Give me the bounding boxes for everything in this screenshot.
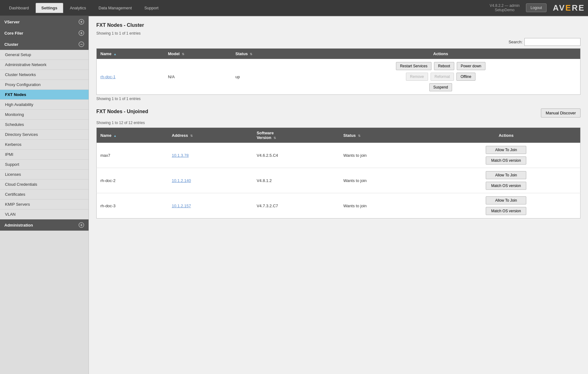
sidebar-item-certificates[interactable]: Certificates bbox=[0, 189, 89, 199]
tab-analytics[interactable]: Analytics bbox=[64, 3, 92, 13]
model-sort-icon[interactable]: ⇅ bbox=[182, 52, 184, 56]
remove-button[interactable]: Remove bbox=[406, 73, 428, 81]
unjoined-showing: Showing 1 to 12 of 12 entries bbox=[96, 121, 581, 125]
content-area: FXT Nodes - Cluster Showing 1 to 1 of 1 … bbox=[89, 16, 588, 374]
sidebar-section-vserver[interactable]: VServer + bbox=[0, 16, 89, 27]
power-down-button[interactable]: Power down bbox=[457, 62, 485, 70]
version-meta: V4.8.2.2 --- admin SetupDemo bbox=[490, 3, 520, 12]
match-os-button-2[interactable]: Match OS version bbox=[486, 207, 526, 215]
administration-label: Administration bbox=[4, 223, 33, 228]
col-model: Model ⇅ bbox=[164, 49, 232, 59]
ucol-name: Name ▲ bbox=[97, 128, 168, 143]
unjoined-section-title: FXT Nodes - Unjoined bbox=[96, 109, 148, 114]
sidebar-item-kmip-servers[interactable]: KMIP Servers bbox=[0, 199, 89, 209]
sidebar-item-monitoring[interactable]: Monitoring bbox=[0, 110, 89, 120]
unode-status-1: Wants to join bbox=[340, 168, 432, 193]
sidebar: VServer + Core Filer + Cluster − General… bbox=[0, 16, 89, 374]
unode-name-1: rh-doc-2 bbox=[97, 168, 168, 193]
table-row: rh-doc-3 10.1.2.157 V4.7.3.2.C7 Wants to… bbox=[97, 193, 581, 218]
cluster-table: Name ▲ Model ⇅ Status ⇅ Actions rh-doc-1 bbox=[96, 48, 581, 95]
unode-actions-2: Allow To Join Match OS version bbox=[432, 193, 581, 218]
unode-addr-link-0[interactable]: 10.1.3.78 bbox=[172, 153, 189, 158]
offline-button[interactable]: Offline bbox=[456, 73, 475, 81]
sidebar-item-support[interactable]: Support bbox=[0, 160, 89, 170]
cluster-name: SetupDemo bbox=[490, 8, 520, 12]
manual-discover-button[interactable]: Manual Discover bbox=[541, 108, 581, 117]
ustatus-sort-icon[interactable]: ⇅ bbox=[358, 134, 360, 137]
unode-status-0: Wants to join bbox=[340, 143, 432, 168]
tab-data-management[interactable]: Data Management bbox=[93, 3, 138, 13]
unode-status-2: Wants to join bbox=[340, 193, 432, 218]
sidebar-item-vlan[interactable]: VLAN bbox=[0, 209, 89, 219]
node-name-link[interactable]: rh-doc-1 bbox=[100, 74, 115, 79]
cluster-showing-bottom: Showing 1 to 1 of 1 entries bbox=[96, 97, 581, 101]
uaddress-sort-icon[interactable]: ⇅ bbox=[190, 134, 193, 137]
allow-join-button-1[interactable]: Allow To Join bbox=[486, 171, 526, 179]
sidebar-item-kerberos[interactable]: Kerberos bbox=[0, 140, 89, 150]
reformat-button[interactable]: Reformat bbox=[431, 73, 454, 81]
tab-settings[interactable]: Settings bbox=[36, 3, 63, 13]
search-row: Search: bbox=[96, 38, 581, 46]
unode-addr-link-2[interactable]: 10.1.2.157 bbox=[172, 204, 191, 208]
sidebar-item-high-availability[interactable]: High Availability bbox=[0, 100, 89, 110]
restart-services-button[interactable]: Restart Services bbox=[396, 62, 431, 70]
unode-name-2: rh-doc-3 bbox=[97, 193, 168, 218]
sidebar-item-ipmi[interactable]: IPMI bbox=[0, 150, 89, 160]
unode-name-0: max7 bbox=[97, 143, 168, 168]
unode-addr-link-1[interactable]: 10.1.2.140 bbox=[172, 178, 191, 183]
cluster-collapse-icon: − bbox=[79, 41, 84, 47]
administration-expand-icon: + bbox=[79, 222, 84, 228]
sidebar-item-directory-services[interactable]: Directory Services bbox=[0, 130, 89, 140]
match-os-button-1[interactable]: Match OS version bbox=[486, 182, 526, 190]
actions-row-1: Restart Services Reboot Power down bbox=[395, 61, 486, 71]
unode-addr-0: 10.1.3.78 bbox=[168, 143, 253, 168]
unjoined-table: Name ▲ Address ⇅ SoftwareVersion ⇅ Statu… bbox=[96, 127, 581, 218]
main-layout: VServer + Core Filer + Cluster − General… bbox=[0, 16, 588, 374]
ucol-status: Status ⇅ bbox=[340, 128, 432, 143]
unode-sw-0: V4.6.2.5.C4 bbox=[253, 143, 340, 168]
table-row: rh-doc-2 10.1.2.140 V4.8.1.2 Wants to jo… bbox=[97, 168, 581, 193]
cluster-section-title: FXT Nodes - Cluster bbox=[96, 22, 581, 28]
sidebar-item-cluster-networks[interactable]: Cluster Networks bbox=[0, 70, 89, 80]
sidebar-item-proxy-config[interactable]: Proxy Configuration bbox=[0, 80, 89, 90]
unode-sw-1: V4.8.1.2 bbox=[253, 168, 340, 193]
unode-addr-1: 10.1.2.140 bbox=[168, 168, 253, 193]
name-sort-icon[interactable]: ▲ bbox=[113, 52, 117, 56]
unode-actions-1: Allow To Join Match OS version bbox=[432, 168, 581, 193]
nav-tabs: Dashboard Settings Analytics Data Manage… bbox=[3, 3, 484, 13]
allow-join-button-2[interactable]: Allow To Join bbox=[486, 196, 526, 204]
unode-addr-2: 10.1.2.157 bbox=[168, 193, 253, 218]
sidebar-item-licenses[interactable]: Licenses bbox=[0, 170, 89, 180]
suspend-button[interactable]: Suspend bbox=[429, 83, 452, 91]
usoftware-sort-icon[interactable]: ⇅ bbox=[273, 136, 276, 140]
search-input[interactable] bbox=[524, 38, 581, 46]
sidebar-item-admin-network[interactable]: Administrative Network bbox=[0, 60, 89, 70]
reboot-button[interactable]: Reboot bbox=[434, 62, 454, 70]
sidebar-section-administration[interactable]: Administration + bbox=[0, 219, 89, 231]
sidebar-item-schedules[interactable]: Schedules bbox=[0, 120, 89, 130]
sidebar-item-cloud-credentials[interactable]: Cloud Credentials bbox=[0, 180, 89, 189]
unjoined-actions-1: Allow To Join Match OS version bbox=[436, 170, 576, 190]
node-name: rh-doc-1 bbox=[97, 59, 164, 95]
tab-dashboard[interactable]: Dashboard bbox=[3, 3, 35, 13]
match-os-button-0[interactable]: Match OS version bbox=[486, 156, 526, 165]
sidebar-item-general-setup[interactable]: General Setup bbox=[0, 50, 89, 60]
sidebar-item-fxt-nodes[interactable]: FXT Nodes bbox=[0, 90, 89, 100]
sidebar-section-core-filer[interactable]: Core Filer + bbox=[0, 27, 89, 39]
cluster-showing-top: Showing 1 to 1 of 1 entries bbox=[96, 31, 581, 36]
unjoined-actions-2: Allow To Join Match OS version bbox=[436, 196, 576, 216]
top-nav: Dashboard Settings Analytics Data Manage… bbox=[0, 0, 588, 16]
node-actions: Restart Services Reboot Power down Remov… bbox=[301, 59, 581, 95]
allow-join-button-0[interactable]: Allow To Join bbox=[486, 146, 526, 154]
sidebar-section-cluster[interactable]: Cluster − bbox=[0, 39, 89, 50]
unode-sw-2: V4.7.3.2.C7 bbox=[253, 193, 340, 218]
logout-button[interactable]: Logout bbox=[526, 3, 547, 12]
tab-support[interactable]: Support bbox=[138, 3, 165, 13]
vserver-expand-icon: + bbox=[79, 19, 84, 25]
uname-sort-icon[interactable]: ▲ bbox=[113, 134, 117, 137]
ucol-actions: Actions bbox=[432, 128, 581, 143]
status-sort-icon[interactable]: ⇅ bbox=[250, 52, 252, 56]
search-label: Search: bbox=[508, 40, 523, 44]
node-status: up bbox=[232, 59, 301, 95]
actions-row-3: Suspend bbox=[429, 83, 453, 92]
